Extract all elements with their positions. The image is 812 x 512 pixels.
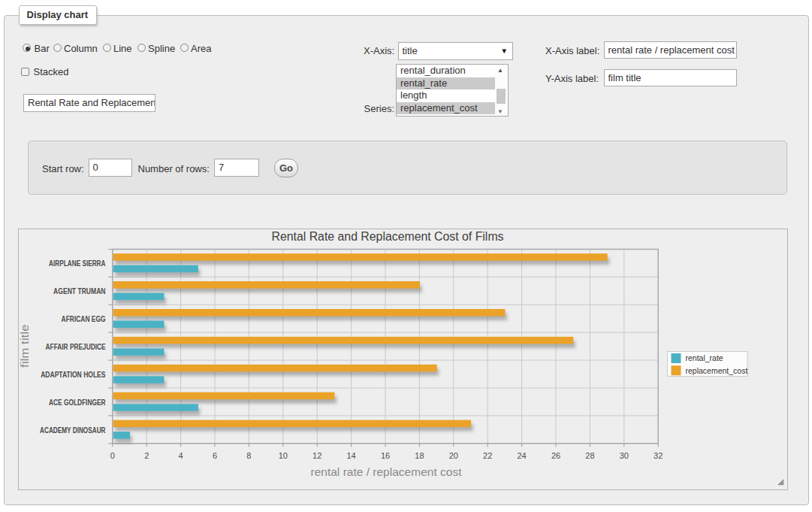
- svg-text:film title: film title: [19, 325, 32, 368]
- svg-text:AGENT TRUMAN: AGENT TRUMAN: [53, 287, 105, 295]
- svg-text:4: 4: [179, 451, 183, 460]
- svg-text:ADAPTATION HOLES: ADAPTATION HOLES: [41, 371, 106, 379]
- svg-text:18: 18: [415, 451, 424, 460]
- svg-text:20: 20: [449, 451, 458, 460]
- svg-text:30: 30: [620, 451, 629, 460]
- svg-text:22: 22: [483, 451, 492, 460]
- svg-text:8: 8: [246, 451, 251, 460]
- svg-text:0: 0: [110, 451, 115, 460]
- svg-text:ACE GOLDFINGER: ACE GOLDFINGER: [49, 398, 106, 407]
- svg-text:14: 14: [346, 451, 355, 460]
- svg-text:AFFAIR PREJUDICE: AFFAIR PREJUDICE: [46, 343, 106, 351]
- svg-text:ACADEMY DINOSAUR: ACADEMY DINOSAUR: [40, 426, 106, 435]
- svg-text:28: 28: [585, 451, 594, 460]
- svg-text:10: 10: [279, 451, 288, 460]
- svg-text:12: 12: [312, 451, 321, 460]
- svg-text:26: 26: [551, 451, 560, 460]
- svg-text:rental rate / replacement cost: rental rate / replacement cost: [311, 465, 463, 478]
- svg-text:2: 2: [144, 451, 149, 460]
- svg-text:AIRPLANE SIERRA: AIRPLANE SIERRA: [49, 259, 105, 268]
- svg-text:rental_rate: rental_rate: [686, 353, 723, 362]
- svg-text:24: 24: [517, 451, 526, 460]
- svg-text:AFRICAN EGG: AFRICAN EGG: [62, 315, 106, 323]
- svg-text:16: 16: [381, 451, 390, 460]
- svg-text:32: 32: [654, 451, 663, 460]
- svg-text:Rental Rate and Replacement Co: Rental Rate and Replacement Cost of Film…: [272, 230, 504, 243]
- svg-text:6: 6: [213, 451, 217, 460]
- svg-text:replacement_cost: replacement_cost: [686, 366, 748, 375]
